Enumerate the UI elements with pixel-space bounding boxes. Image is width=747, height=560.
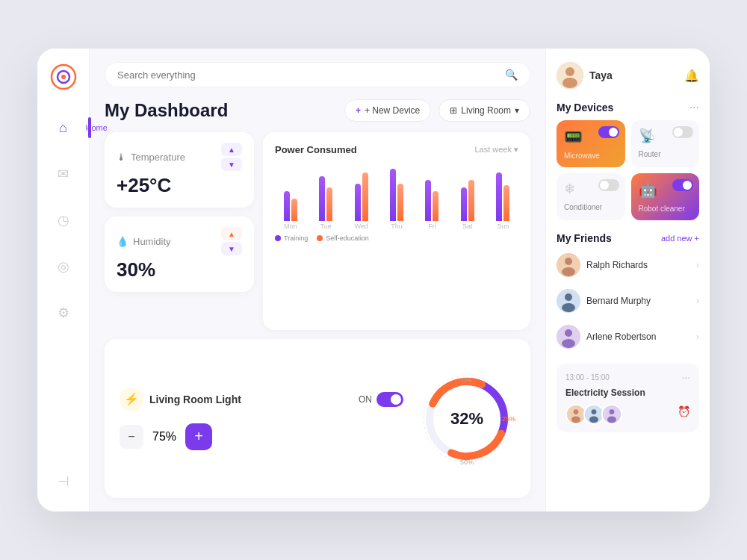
bar-a-wed <box>355 184 361 221</box>
router-toggle[interactable] <box>672 126 693 138</box>
chevron-down-icon: ▾ <box>515 105 519 116</box>
light-status-label: ON <box>359 394 372 405</box>
gauge-label-50: 50% <box>460 458 474 466</box>
bar-group-wed <box>355 172 368 221</box>
friend-arlene-avatar <box>557 325 580 349</box>
bell-icon[interactable]: 🔔 <box>684 69 699 83</box>
chart-area: MonTueWedThuFriSatSun Training Self-educ… <box>275 163 518 237</box>
microwave-toggle[interactable] <box>598 126 619 138</box>
humidity-value: 30% <box>117 258 242 281</box>
new-device-button[interactable]: + + New Device <box>344 99 431 122</box>
brightness-increase-button[interactable]: + <box>185 423 212 450</box>
friend-bernard-info: Bernard Murphy <box>557 289 651 313</box>
app-container: ⌂ Home ✉ ◷ ◎ ⚙ ⊣ 🔍 <box>37 49 710 511</box>
temperature-down-button[interactable]: ▼ <box>221 158 242 171</box>
sidebar-item-logout[interactable]: ⊣ <box>49 467 78 497</box>
page-title: My Dashboard <box>105 100 228 121</box>
svg-point-24 <box>589 417 598 423</box>
room-selector-button[interactable]: ⊞ Living Room ▾ <box>438 99 530 122</box>
svg-point-23 <box>592 409 597 414</box>
friend-bernard-avatar <box>557 289 580 313</box>
chevron-right-icon: › <box>696 332 699 342</box>
temperature-up-button[interactable]: ▲ <box>221 143 242 156</box>
humidity-up-button[interactable]: ▲ <box>221 227 242 240</box>
friend-arlene-info: Arlene Robertson <box>557 325 656 349</box>
sidebar-item-location[interactable]: ◎ <box>49 252 78 281</box>
chart-legend: Training Self-education <box>275 234 518 242</box>
bar-a-fri <box>425 180 431 221</box>
robot-cleaner-toggle[interactable] <box>672 179 693 191</box>
device-card-microwave[interactable]: 📟 Microwave <box>557 120 625 167</box>
chevron-right-icon: › <box>696 296 699 306</box>
header-actions: + + New Device ⊞ Living Room ▾ <box>344 99 530 122</box>
legend-self-education-label: Self-education <box>326 234 369 242</box>
friends-section-header: My Friends add new + <box>557 232 699 244</box>
room-icon: ⊞ <box>450 105 457 116</box>
chart-day-label-wed: Wed <box>354 223 368 230</box>
gauge-label-25: 25% <box>502 415 515 423</box>
svg-point-18 <box>562 339 575 348</box>
location-icon: ◎ <box>58 258 69 275</box>
chart-day-label-sun: Sun <box>497 223 509 230</box>
session-footer: ⏰ <box>565 398 690 425</box>
device-card-conditioner[interactable]: ❄ Conditioner <box>557 173 625 220</box>
temperature-value: +25°C <box>117 174 242 197</box>
bar-group-sun <box>496 172 509 221</box>
dashboard-header: My Dashboard + + New Device ⊞ Living Roo… <box>105 99 530 122</box>
robot-cleaner-label: Robot cleaner <box>639 205 692 213</box>
sidebar-item-home[interactable]: ⌂ Home <box>49 113 78 143</box>
avatar[interactable] <box>557 62 583 89</box>
light-toggle[interactable] <box>376 392 403 407</box>
chart-day-label-tue: Tue <box>320 223 332 230</box>
devices-section-header: My Devices ··· <box>557 101 699 114</box>
chart-day-label-sat: Sat <box>462 223 473 230</box>
friend-arlene-name: Arlene Robertson <box>586 332 656 342</box>
logout-icon: ⊣ <box>58 473 69 490</box>
device-card-robot-cleaner[interactable]: 🤖 Robot cleaner <box>631 173 700 220</box>
session-title: Electricity Session <box>565 388 690 398</box>
conditioner-toggle[interactable] <box>598 179 619 191</box>
sidebar-item-home-label: Home <box>86 123 108 132</box>
cards-grid: 🌡 Temperature ▲ ▼ +25°C 💧 <box>105 132 530 498</box>
app-logo[interactable] <box>50 63 77 90</box>
search-input[interactable] <box>117 69 499 81</box>
friend-ralph-name: Ralph Richards <box>586 260 648 270</box>
device-card-router[interactable]: 📡 Router <box>631 120 700 167</box>
brightness-value: 75% <box>152 430 176 444</box>
add-friend-button[interactable]: add new + <box>661 234 699 243</box>
bar-b-mon <box>291 199 297 221</box>
sidebar-nav: ⌂ Home ✉ ◷ ◎ ⚙ <box>49 113 78 467</box>
power-chart-title: Power Consumed <box>275 144 357 155</box>
friend-item-ralph[interactable]: Ralph Richards › <box>557 250 699 280</box>
plus-icon: + <box>356 105 361 116</box>
sidebar-item-mail[interactable]: ✉ <box>49 159 78 189</box>
session-dots-icon[interactable]: ··· <box>681 371 690 383</box>
sidebar: ⌂ Home ✉ ◷ ◎ ⚙ ⊣ <box>37 49 90 511</box>
room-label: Living Room <box>461 105 511 116</box>
humidity-down-button[interactable]: ▼ <box>221 242 242 255</box>
light-title-label: Living Room Light <box>149 393 241 405</box>
settings-icon: ⚙ <box>58 305 69 321</box>
main-content: 🔍 My Dashboard + + New Device ⊞ Living R… <box>90 49 545 511</box>
brightness-decrease-button[interactable]: − <box>120 425 143 449</box>
chevron-right-icon: › <box>696 260 699 270</box>
sidebar-item-settings[interactable]: ⚙ <box>49 298 78 328</box>
friends-section: My Friends add new + Ralph Richards › <box>557 232 699 352</box>
devices-more-button[interactable]: ··· <box>689 101 699 114</box>
friend-item-arlene[interactable]: Arlene Robertson › <box>557 322 699 352</box>
sidebar-item-clock[interactable]: ◷ <box>49 205 78 235</box>
bar-b-tue <box>326 187 332 221</box>
mail-icon: ✉ <box>58 166 69 182</box>
humidity-card: 💧 Humidity ▲ ▼ 30% <box>105 217 254 292</box>
chart-day-thu: Thu <box>381 169 412 230</box>
chart-day-label-fri: Fri <box>428 223 436 230</box>
chart-day-label-mon: Mon <box>284 223 297 230</box>
svg-point-14 <box>565 293 572 301</box>
legend-self-education-dot <box>317 235 323 241</box>
alarm-icon[interactable]: ⏰ <box>678 405 690 417</box>
chart-day-label-thu: Thu <box>391 223 403 230</box>
power-chart-period[interactable]: Last week ▾ <box>474 145 518 155</box>
friend-item-bernard[interactable]: Bernard Murphy › <box>557 286 699 316</box>
bar-a-tue <box>319 176 325 221</box>
brightness-control: − 75% + <box>120 423 403 450</box>
